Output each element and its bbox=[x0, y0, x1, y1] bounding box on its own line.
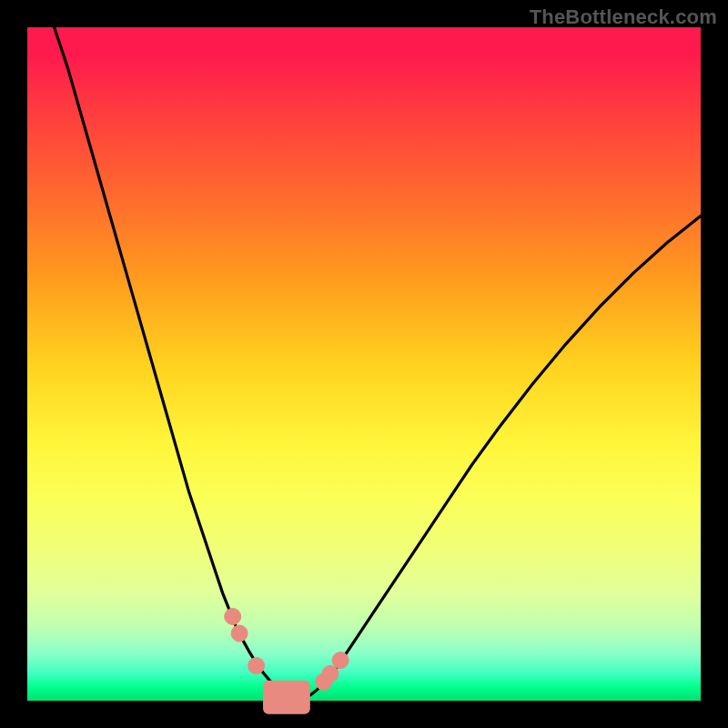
watermark-text: TheBottleneck.com bbox=[530, 5, 717, 29]
chart-frame: TheBottleneck.com bbox=[0, 0, 728, 728]
chart-marker-2 bbox=[248, 658, 265, 674]
chart-markers bbox=[225, 609, 349, 691]
chart-marker-5 bbox=[332, 652, 349, 669]
chart-marker-4 bbox=[322, 665, 339, 682]
curve-left bbox=[55, 27, 290, 697]
chart-plot-area bbox=[27, 27, 701, 701]
bottom-marker-band bbox=[263, 681, 310, 714]
chart-marker-1 bbox=[231, 625, 248, 642]
chart-marker-0 bbox=[225, 609, 241, 625]
curve-right bbox=[310, 216, 701, 695]
chart-svg-layer bbox=[27, 27, 701, 701]
